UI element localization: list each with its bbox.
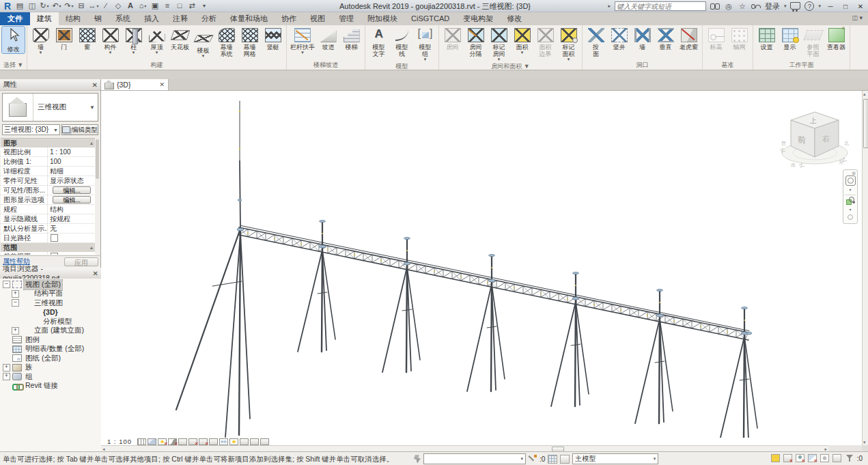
tree-item-label[interactable]: 组	[24, 372, 34, 382]
sign-in-label[interactable]: 登录	[765, 1, 780, 12]
ribbon-button[interactable]: 幕墙 系统 ▼	[215, 27, 238, 58]
properties-header[interactable]: 属性 ✕	[0, 79, 100, 91]
ribbon-button[interactable]: 墙 ▼	[29, 27, 52, 55]
view-control-icon[interactable]	[219, 438, 228, 445]
view-scale-button[interactable]: 1 : 100	[107, 438, 132, 445]
tree-item[interactable]: 组	[0, 372, 101, 382]
navigation-bar[interactable]: ⊗ ▾ ▾	[843, 169, 858, 224]
scroll-up-icon[interactable]: ▴	[863, 91, 866, 97]
search-input[interactable]	[615, 1, 706, 11]
ribbon-button[interactable]: 显示 ▼	[779, 27, 801, 51]
communication-center-icon[interactable]	[724, 1, 733, 11]
properties-scrollbar[interactable]	[95, 138, 100, 254]
worksets-dialog-icon[interactable]	[548, 455, 557, 464]
qat-icon[interactable]	[39, 1, 50, 11]
ribbon-button[interactable]: 面积 ▼	[511, 27, 533, 55]
ribbon-tab[interactable]: 修改	[500, 12, 529, 25]
ribbon-button[interactable]: 幕墙 网格 ▼	[238, 27, 261, 58]
ribbon-button[interactable]: 标记 房间 ▼	[488, 27, 510, 62]
close-icon[interactable]: ✕	[92, 81, 98, 89]
view-control-icon[interactable]	[260, 438, 269, 445]
qat-icon[interactable]	[150, 1, 160, 11]
ribbon-button[interactable]: 门 ▼	[53, 27, 75, 51]
tree-item-label[interactable]: 立面 (建筑立面)	[33, 326, 85, 335]
view-control-icon[interactable]	[209, 438, 218, 445]
qat-icon[interactable]	[174, 1, 185, 11]
ribbon-button[interactable]: 竖井 ▼	[608, 27, 630, 51]
tree-item[interactable]: 立面 (建筑立面)	[0, 326, 101, 336]
compass-west[interactable]: 西	[781, 141, 786, 146]
ribbon-tab[interactable]: 管理	[332, 12, 361, 25]
ribbon-button[interactable]: 楼板 ▼	[192, 27, 214, 59]
qat-icon[interactable]	[88, 1, 99, 11]
exchange-apps-icon[interactable]	[790, 2, 800, 10]
chevron-down-icon[interactable]: ▾	[784, 3, 787, 9]
ribbon-button[interactable]: 天花板 ▼	[169, 27, 191, 51]
view-control-icon[interactable]	[178, 438, 187, 445]
property-checkbox[interactable]	[51, 234, 58, 242]
ribbon-tab[interactable]: 协作	[275, 12, 303, 25]
tree-item[interactable]: 图例	[0, 335, 101, 345]
property-value[interactable]: 按规程	[48, 214, 96, 223]
view-control-icon[interactable]	[168, 438, 177, 445]
ribbon-display-toggle[interactable]: ◫ ▾	[852, 14, 863, 21]
selection-toggle-icon[interactable]	[796, 454, 804, 462]
tree-item[interactable]: Revit 链接	[0, 382, 101, 391]
tree-item-label[interactable]: 分析模型	[42, 317, 73, 326]
horizontal-scrollbar[interactable]: ◂ ▸	[101, 445, 828, 451]
ribbon-tab[interactable]: 文件	[0, 12, 30, 25]
compass-north[interactable]: 北	[844, 141, 849, 146]
ribbon-tab[interactable]: CiSGTCAD	[404, 12, 456, 25]
tree-item[interactable]: 视图 (全部)	[0, 280, 101, 290]
ribbon-tab[interactable]: 视图	[303, 12, 332, 25]
ribbon-button[interactable]: 屋顶 ▼	[145, 27, 168, 55]
ribbon-button[interactable]: 楼梯 ▼	[340, 27, 363, 51]
close-icon[interactable]: ⊗	[852, 171, 856, 175]
collapse-icon[interactable]: ▴	[90, 140, 93, 146]
tree-expander-icon[interactable]	[12, 327, 19, 335]
tree-expander-icon[interactable]	[3, 281, 10, 288]
ribbon-button[interactable]: 设置 ▼	[755, 27, 778, 51]
qat-icon[interactable]	[27, 1, 38, 11]
design-options-dropdown[interactable]: 主模型 ▾	[572, 453, 658, 464]
qat-icon[interactable]	[125, 1, 136, 11]
view-control-icon[interactable]	[137, 438, 146, 445]
compass-south[interactable]: 南	[791, 163, 796, 167]
ribbon-tab[interactable]: 插入	[137, 12, 166, 25]
ribbon-button[interactable]: 参照 平面 ▼	[802, 27, 824, 58]
selection-toggle-icon[interactable]	[808, 454, 817, 462]
modify-button[interactable]: 修改	[2, 27, 25, 53]
qat-icon[interactable]	[100, 1, 111, 11]
compass-east[interactable]: 东	[839, 160, 843, 165]
qat-icon[interactable]	[2, 1, 13, 11]
search-binoculars-icon[interactable]	[710, 1, 720, 11]
ribbon-button[interactable]: 按 面 ▼	[585, 27, 607, 58]
qat-icon[interactable]	[199, 1, 210, 11]
tree-item[interactable]: 结构平面	[0, 290, 101, 299]
tree-expander-icon[interactable]	[3, 373, 10, 380]
ribbon-button[interactable]: 墙 ▼	[631, 27, 654, 51]
ribbon-button[interactable]: 老虎窗 ▼	[677, 27, 700, 51]
options-icon[interactable]	[848, 214, 853, 220]
tree-item-label[interactable]: 三维视图	[33, 298, 64, 308]
property-value[interactable]: 结构	[48, 205, 96, 214]
property-value[interactable]: 1 : 100	[48, 147, 96, 156]
ribbon-tab[interactable]: 分析	[195, 12, 223, 25]
tree-item[interactable]: {3D}	[0, 308, 101, 318]
tree-item[interactable]: 图纸 (全部)	[0, 354, 101, 363]
tree-item[interactable]: 分析模型	[0, 317, 101, 326]
ribbon-button[interactable]: 栏杆扶手 ▼	[289, 27, 316, 55]
tree-item-label[interactable]: 族	[24, 363, 34, 372]
minimize-button[interactable]: ─	[825, 2, 836, 11]
selection-toggle-icon[interactable]	[771, 454, 780, 462]
ribbon-button[interactable]: 竖梃 ▼	[262, 27, 284, 51]
ribbon-button[interactable]: 模型 组 ▼	[414, 27, 436, 62]
qat-icon[interactable]	[14, 1, 25, 11]
ribbon-button[interactable]: 房间 分隔 ▼	[464, 27, 487, 58]
filter-icon[interactable]	[846, 455, 854, 462]
tree-item-label[interactable]: 视图 (全部)	[24, 280, 62, 290]
tree-item-label[interactable]: 明细表/数量 (全部)	[24, 344, 85, 354]
edit-type-button[interactable]: 编辑类型	[61, 124, 98, 135]
maximize-button[interactable]: □	[840, 2, 851, 11]
view-control-icon[interactable]	[240, 438, 249, 445]
